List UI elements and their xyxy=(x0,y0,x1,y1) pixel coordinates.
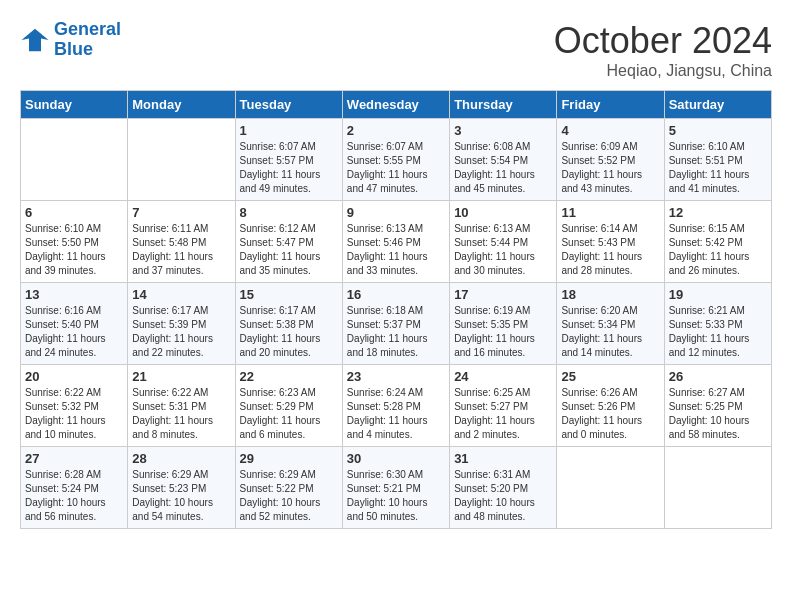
calendar-cell: 31Sunrise: 6:31 AM Sunset: 5:20 PM Dayli… xyxy=(450,447,557,529)
day-number: 25 xyxy=(561,369,659,384)
calendar-cell: 27Sunrise: 6:28 AM Sunset: 5:24 PM Dayli… xyxy=(21,447,128,529)
day-info: Sunrise: 6:22 AM Sunset: 5:31 PM Dayligh… xyxy=(132,386,230,442)
day-number: 9 xyxy=(347,205,445,220)
calendar-cell: 28Sunrise: 6:29 AM Sunset: 5:23 PM Dayli… xyxy=(128,447,235,529)
day-number: 16 xyxy=(347,287,445,302)
day-number: 10 xyxy=(454,205,552,220)
day-info: Sunrise: 6:27 AM Sunset: 5:25 PM Dayligh… xyxy=(669,386,767,442)
day-info: Sunrise: 6:21 AM Sunset: 5:33 PM Dayligh… xyxy=(669,304,767,360)
weekday-header: Wednesday xyxy=(342,91,449,119)
day-info: Sunrise: 6:16 AM Sunset: 5:40 PM Dayligh… xyxy=(25,304,123,360)
day-info: Sunrise: 6:31 AM Sunset: 5:20 PM Dayligh… xyxy=(454,468,552,524)
day-info: Sunrise: 6:29 AM Sunset: 5:23 PM Dayligh… xyxy=(132,468,230,524)
day-number: 4 xyxy=(561,123,659,138)
calendar-cell: 20Sunrise: 6:22 AM Sunset: 5:32 PM Dayli… xyxy=(21,365,128,447)
day-number: 3 xyxy=(454,123,552,138)
day-number: 11 xyxy=(561,205,659,220)
day-info: Sunrise: 6:13 AM Sunset: 5:44 PM Dayligh… xyxy=(454,222,552,278)
calendar-cell: 21Sunrise: 6:22 AM Sunset: 5:31 PM Dayli… xyxy=(128,365,235,447)
weekday-header: Tuesday xyxy=(235,91,342,119)
calendar-cell: 9Sunrise: 6:13 AM Sunset: 5:46 PM Daylig… xyxy=(342,201,449,283)
day-number: 13 xyxy=(25,287,123,302)
weekday-header: Saturday xyxy=(664,91,771,119)
calendar-cell: 23Sunrise: 6:24 AM Sunset: 5:28 PM Dayli… xyxy=(342,365,449,447)
calendar-cell: 4Sunrise: 6:09 AM Sunset: 5:52 PM Daylig… xyxy=(557,119,664,201)
logo-text: General Blue xyxy=(54,20,121,60)
day-number: 23 xyxy=(347,369,445,384)
location-subtitle: Heqiao, Jiangsu, China xyxy=(554,62,772,80)
day-number: 1 xyxy=(240,123,338,138)
calendar-week-row: 1Sunrise: 6:07 AM Sunset: 5:57 PM Daylig… xyxy=(21,119,772,201)
calendar-cell: 25Sunrise: 6:26 AM Sunset: 5:26 PM Dayli… xyxy=(557,365,664,447)
title-block: October 2024 Heqiao, Jiangsu, China xyxy=(554,20,772,80)
day-number: 2 xyxy=(347,123,445,138)
day-number: 26 xyxy=(669,369,767,384)
calendar-cell: 19Sunrise: 6:21 AM Sunset: 5:33 PM Dayli… xyxy=(664,283,771,365)
day-number: 7 xyxy=(132,205,230,220)
svg-marker-0 xyxy=(22,29,49,52)
day-number: 21 xyxy=(132,369,230,384)
calendar-cell xyxy=(128,119,235,201)
day-info: Sunrise: 6:29 AM Sunset: 5:22 PM Dayligh… xyxy=(240,468,338,524)
calendar-week-row: 6Sunrise: 6:10 AM Sunset: 5:50 PM Daylig… xyxy=(21,201,772,283)
calendar-cell: 17Sunrise: 6:19 AM Sunset: 5:35 PM Dayli… xyxy=(450,283,557,365)
day-info: Sunrise: 6:18 AM Sunset: 5:37 PM Dayligh… xyxy=(347,304,445,360)
day-number: 22 xyxy=(240,369,338,384)
calendar-cell: 26Sunrise: 6:27 AM Sunset: 5:25 PM Dayli… xyxy=(664,365,771,447)
day-info: Sunrise: 6:19 AM Sunset: 5:35 PM Dayligh… xyxy=(454,304,552,360)
day-info: Sunrise: 6:07 AM Sunset: 5:55 PM Dayligh… xyxy=(347,140,445,196)
logo: General Blue xyxy=(20,20,121,60)
day-info: Sunrise: 6:28 AM Sunset: 5:24 PM Dayligh… xyxy=(25,468,123,524)
day-number: 20 xyxy=(25,369,123,384)
day-number: 31 xyxy=(454,451,552,466)
calendar-cell: 22Sunrise: 6:23 AM Sunset: 5:29 PM Dayli… xyxy=(235,365,342,447)
calendar-cell: 6Sunrise: 6:10 AM Sunset: 5:50 PM Daylig… xyxy=(21,201,128,283)
weekday-header: Friday xyxy=(557,91,664,119)
day-number: 24 xyxy=(454,369,552,384)
calendar-cell: 18Sunrise: 6:20 AM Sunset: 5:34 PM Dayli… xyxy=(557,283,664,365)
calendar-cell: 3Sunrise: 6:08 AM Sunset: 5:54 PM Daylig… xyxy=(450,119,557,201)
calendar-cell xyxy=(557,447,664,529)
day-info: Sunrise: 6:10 AM Sunset: 5:50 PM Dayligh… xyxy=(25,222,123,278)
calendar-cell: 5Sunrise: 6:10 AM Sunset: 5:51 PM Daylig… xyxy=(664,119,771,201)
day-number: 6 xyxy=(25,205,123,220)
day-number: 12 xyxy=(669,205,767,220)
day-info: Sunrise: 6:15 AM Sunset: 5:42 PM Dayligh… xyxy=(669,222,767,278)
day-number: 17 xyxy=(454,287,552,302)
calendar-cell: 7Sunrise: 6:11 AM Sunset: 5:48 PM Daylig… xyxy=(128,201,235,283)
calendar-cell xyxy=(664,447,771,529)
day-info: Sunrise: 6:23 AM Sunset: 5:29 PM Dayligh… xyxy=(240,386,338,442)
calendar-cell: 30Sunrise: 6:30 AM Sunset: 5:21 PM Dayli… xyxy=(342,447,449,529)
day-info: Sunrise: 6:26 AM Sunset: 5:26 PM Dayligh… xyxy=(561,386,659,442)
calendar-cell: 16Sunrise: 6:18 AM Sunset: 5:37 PM Dayli… xyxy=(342,283,449,365)
day-number: 19 xyxy=(669,287,767,302)
day-info: Sunrise: 6:11 AM Sunset: 5:48 PM Dayligh… xyxy=(132,222,230,278)
day-info: Sunrise: 6:14 AM Sunset: 5:43 PM Dayligh… xyxy=(561,222,659,278)
calendar-cell: 29Sunrise: 6:29 AM Sunset: 5:22 PM Dayli… xyxy=(235,447,342,529)
calendar-cell: 8Sunrise: 6:12 AM Sunset: 5:47 PM Daylig… xyxy=(235,201,342,283)
weekday-header-row: SundayMondayTuesdayWednesdayThursdayFrid… xyxy=(21,91,772,119)
logo-icon xyxy=(20,25,50,55)
day-info: Sunrise: 6:08 AM Sunset: 5:54 PM Dayligh… xyxy=(454,140,552,196)
calendar-cell: 14Sunrise: 6:17 AM Sunset: 5:39 PM Dayli… xyxy=(128,283,235,365)
calendar-week-row: 13Sunrise: 6:16 AM Sunset: 5:40 PM Dayli… xyxy=(21,283,772,365)
day-info: Sunrise: 6:30 AM Sunset: 5:21 PM Dayligh… xyxy=(347,468,445,524)
calendar-cell: 15Sunrise: 6:17 AM Sunset: 5:38 PM Dayli… xyxy=(235,283,342,365)
day-number: 15 xyxy=(240,287,338,302)
calendar-cell: 13Sunrise: 6:16 AM Sunset: 5:40 PM Dayli… xyxy=(21,283,128,365)
day-info: Sunrise: 6:13 AM Sunset: 5:46 PM Dayligh… xyxy=(347,222,445,278)
day-number: 27 xyxy=(25,451,123,466)
day-info: Sunrise: 6:09 AM Sunset: 5:52 PM Dayligh… xyxy=(561,140,659,196)
day-number: 18 xyxy=(561,287,659,302)
weekday-header: Sunday xyxy=(21,91,128,119)
day-number: 14 xyxy=(132,287,230,302)
day-info: Sunrise: 6:17 AM Sunset: 5:38 PM Dayligh… xyxy=(240,304,338,360)
weekday-header: Monday xyxy=(128,91,235,119)
day-info: Sunrise: 6:22 AM Sunset: 5:32 PM Dayligh… xyxy=(25,386,123,442)
calendar-table: SundayMondayTuesdayWednesdayThursdayFrid… xyxy=(20,90,772,529)
calendar-cell: 1Sunrise: 6:07 AM Sunset: 5:57 PM Daylig… xyxy=(235,119,342,201)
calendar-cell: 12Sunrise: 6:15 AM Sunset: 5:42 PM Dayli… xyxy=(664,201,771,283)
day-number: 8 xyxy=(240,205,338,220)
calendar-cell: 24Sunrise: 6:25 AM Sunset: 5:27 PM Dayli… xyxy=(450,365,557,447)
calendar-cell: 11Sunrise: 6:14 AM Sunset: 5:43 PM Dayli… xyxy=(557,201,664,283)
